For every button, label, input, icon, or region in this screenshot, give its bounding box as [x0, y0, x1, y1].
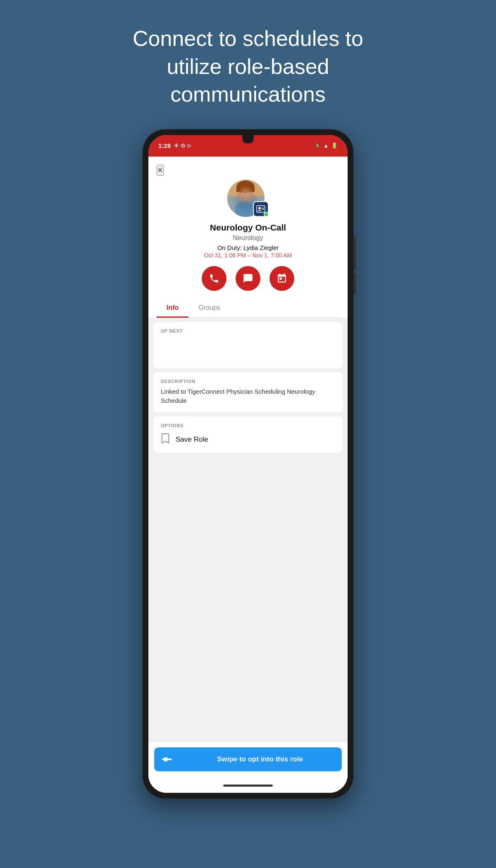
role-name: Neurology On-Call	[210, 223, 286, 233]
svg-point-8	[248, 193, 249, 194]
phone-screen: 1:28 ✛ G ▷ 🔕 ▲ 🔋 ×	[148, 135, 348, 793]
status-bar: 1:28 ✛ G ▷ 🔕 ▲ 🔋	[148, 135, 348, 157]
home-indicator	[148, 779, 348, 793]
svg-point-7	[242, 193, 243, 194]
svg-point-5	[241, 193, 244, 195]
up-next-card: UP NEXT	[153, 322, 343, 368]
description-label: DESCRIPTION	[161, 379, 335, 384]
svg-rect-4	[236, 187, 255, 192]
svg-point-3	[236, 181, 255, 194]
badge-icon	[253, 201, 269, 217]
phone-shell: 1:28 ✛ G ▷ 🔕 ▲ 🔋 ×	[143, 129, 353, 799]
close-button[interactable]: ×	[157, 165, 164, 176]
mute-icon: 🔕	[314, 143, 321, 149]
tabs: Info Groups	[157, 299, 339, 318]
tab-groups[interactable]: Groups	[188, 299, 230, 318]
call-button[interactable]	[202, 266, 227, 291]
options-label: OPTIONS	[161, 423, 335, 428]
swipe-label: Swipe to opt into this role	[178, 755, 342, 763]
svg-point-2	[237, 185, 254, 204]
svg-point-6	[247, 193, 250, 195]
up-next-content	[161, 337, 335, 361]
online-indicator	[264, 212, 269, 217]
description-content: Linked to TigerConnect Physician Schedul…	[161, 387, 335, 406]
swipe-bar[interactable]: Swipe to opt into this role	[154, 747, 342, 771]
description-card: DESCRIPTION Linked to TigerConnect Physi…	[153, 372, 343, 412]
scroll-area[interactable]: UP NEXT DESCRIPTION Linked to TigerConne…	[148, 318, 348, 742]
svg-rect-12	[258, 210, 261, 211]
on-duty-label: On Duty: Lydia Ziegler	[217, 244, 279, 251]
bookmark-icon	[161, 433, 170, 446]
battery-icon: 🔋	[331, 143, 338, 149]
schedule-button[interactable]	[269, 266, 294, 291]
profile-card: ×	[148, 157, 348, 318]
duty-time: Oct 31, 1:06 PM – Nov 1, 7:00 AM	[204, 252, 292, 259]
home-bar	[223, 785, 273, 787]
time-display: 1:28	[158, 142, 171, 149]
message-button[interactable]	[236, 266, 260, 291]
save-role-label: Save Role	[176, 435, 208, 444]
wifi-icon: ▲	[323, 143, 329, 149]
app-content: ×	[148, 157, 348, 793]
save-role-item[interactable]: Save Role	[161, 433, 335, 446]
play-icon: ▷	[188, 143, 191, 148]
avatar-container	[227, 180, 269, 217]
tab-info[interactable]: Info	[157, 299, 188, 318]
up-next-label: UP NEXT	[161, 328, 335, 333]
g-icon: G	[181, 143, 185, 149]
swipe-bar-container: Swipe to opt into this role	[148, 742, 348, 779]
svg-point-11	[258, 207, 261, 209]
department-name: Neurology	[233, 234, 263, 242]
svg-rect-13	[262, 208, 264, 209]
hero-text: Connect to schedules to utilize role-bas…	[103, 25, 393, 109]
crosshairs-icon: ✛	[174, 143, 179, 149]
svg-rect-10	[257, 206, 265, 212]
svg-rect-14	[262, 209, 264, 210]
action-buttons	[202, 266, 294, 291]
options-card: OPTIONS Save Role	[153, 416, 343, 453]
swipe-arrow-icon	[154, 747, 178, 771]
